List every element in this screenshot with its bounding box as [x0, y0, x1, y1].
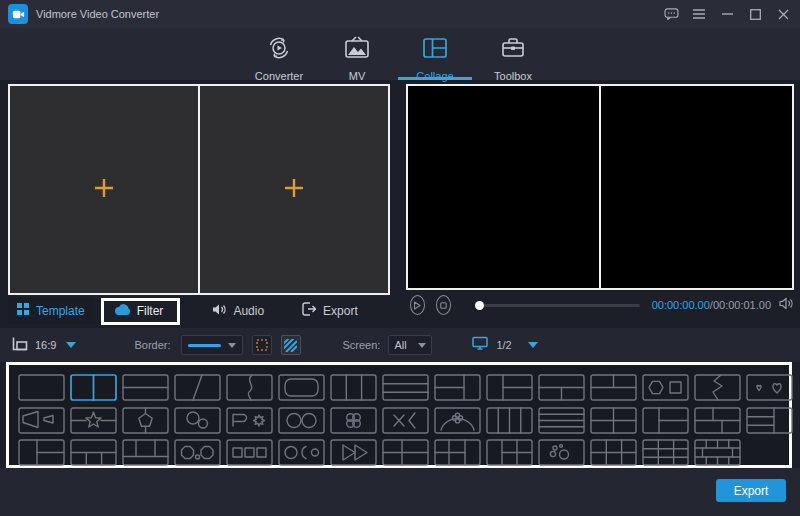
- template-thumb-grid-2x2-b[interactable]: [382, 439, 429, 466]
- export-icon: [302, 302, 317, 320]
- template-thumb-grid-3x3[interactable]: [642, 439, 689, 466]
- template-thumb-hearts[interactable]: [746, 374, 793, 401]
- border-control: Border:: [134, 335, 300, 355]
- panel-tab-filter[interactable]: Filter: [101, 298, 181, 325]
- page-indicator: 1/2: [496, 339, 511, 351]
- window-title: Vidmore Video Converter: [36, 8, 159, 20]
- aspect-ratio-icon: [12, 336, 28, 355]
- progress-slider[interactable]: [476, 304, 640, 307]
- template-thumb-circle-crescents[interactable]: [278, 439, 325, 466]
- template-thumb-pentagon[interactable]: [122, 407, 169, 434]
- template-thumb-grid-2x2-right-1[interactable]: [434, 439, 481, 466]
- template-icon: [16, 302, 30, 320]
- feedback-icon[interactable]: [660, 3, 682, 25]
- menu-icon[interactable]: [688, 3, 710, 25]
- template-thumb-top-1-bottom-2[interactable]: [538, 374, 585, 401]
- screen-select[interactable]: All: [388, 335, 432, 355]
- template-thumb-left-1-grid-2x2[interactable]: [486, 439, 533, 466]
- template-thumb-top-1-bottom-3[interactable]: [70, 439, 117, 466]
- template-thumb-diagonal-split[interactable]: [174, 374, 221, 401]
- template-thumb-circles-offset[interactable]: [174, 407, 221, 434]
- preview-pane-1: [408, 86, 599, 288]
- template-thumb-zigzag-split[interactable]: [694, 374, 741, 401]
- play-button[interactable]: [410, 295, 425, 315]
- template-thumb-curve-split[interactable]: [226, 374, 273, 401]
- volume-icon[interactable]: [779, 296, 794, 314]
- aspect-ratio-control[interactable]: 16:9: [12, 336, 76, 355]
- converter-icon: [265, 34, 293, 66]
- template-thumb-cross-bracket[interactable]: [382, 407, 429, 434]
- template-thumb-left-1-right-2-c[interactable]: [18, 439, 65, 466]
- template-thumb-split-2-horizontal[interactable]: [122, 374, 169, 401]
- template-thumb-split-3-vertical[interactable]: [330, 374, 377, 401]
- template-thumb-bubbles[interactable]: [538, 439, 585, 466]
- template-thumb-grid-2x2[interactable]: [590, 407, 637, 434]
- filter-icon: [114, 302, 131, 320]
- tab-mv-label: MV: [349, 70, 366, 82]
- tab-mv[interactable]: MV: [318, 28, 396, 80]
- tab-toolbox[interactable]: Toolbox: [474, 28, 552, 80]
- progress-knob[interactable]: [475, 301, 484, 310]
- chevron-down-icon[interactable]: [528, 342, 538, 348]
- chevron-down-icon: [418, 343, 426, 348]
- template-thumb-flag-gear[interactable]: [226, 407, 273, 434]
- template-thumb-top-2-bottom-1[interactable]: [590, 374, 637, 401]
- stop-button[interactable]: [436, 295, 451, 315]
- collage-slot-2[interactable]: [200, 86, 388, 293]
- panel-tab-template[interactable]: Template: [8, 298, 95, 324]
- template-thumb-clover[interactable]: [330, 407, 377, 434]
- minimize-icon[interactable]: [716, 3, 738, 25]
- hatch-fill-button[interactable]: [281, 335, 301, 355]
- collage-slot-1[interactable]: [10, 86, 198, 293]
- template-grid-annotation-box: [6, 362, 792, 468]
- add-plus-icon[interactable]: [93, 177, 115, 203]
- maximize-icon[interactable]: [744, 3, 766, 25]
- template-thumb-three-squares[interactable]: [226, 439, 273, 466]
- template-thumb-center-merged-grid[interactable]: [694, 439, 741, 466]
- template-thumb-grid-offset[interactable]: [694, 407, 741, 434]
- panel-tab-export[interactable]: Export: [292, 298, 368, 324]
- template-thumb-dome-flower[interactable]: [434, 407, 481, 434]
- dashed-border-button[interactable]: [252, 335, 272, 355]
- app-logo-icon: [8, 4, 28, 24]
- chevron-down-icon: [228, 343, 236, 348]
- collage-toolbar: 16:9 Border: Screen: All: [0, 328, 800, 362]
- template-thumb-top-3-bottom-1[interactable]: [122, 439, 169, 466]
- line-style-select[interactable]: [181, 335, 243, 355]
- active-tab-underline: [398, 77, 472, 80]
- aspect-ratio-value: 16:9: [35, 339, 56, 351]
- template-thumb-hexagon-square[interactable]: [642, 374, 689, 401]
- template-thumb-left-1-right-2[interactable]: [486, 374, 533, 401]
- template-thumb-play-arrows[interactable]: [330, 439, 377, 466]
- template-thumb-split-3-horizontal[interactable]: [382, 374, 429, 401]
- template-thumb-left-3-right-1[interactable]: [746, 407, 793, 434]
- panel-tab-template-label: Template: [36, 304, 85, 318]
- export-button[interactable]: Export: [716, 479, 786, 502]
- template-thumb-octagons[interactable]: [174, 439, 221, 466]
- template-thumb-split-4-horizontal[interactable]: [538, 407, 585, 434]
- template-thumb-megaphone[interactable]: [18, 407, 65, 434]
- current-time: 00:00:00.00: [652, 299, 710, 311]
- template-thumb-rounded-inset[interactable]: [278, 374, 325, 401]
- toolbox-icon: [499, 34, 527, 66]
- template-thumb-left-1-right-2-b[interactable]: [642, 407, 689, 434]
- close-icon[interactable]: [772, 3, 794, 25]
- tab-converter[interactable]: Converter: [240, 28, 318, 80]
- line-style-icon: [188, 344, 221, 347]
- total-time: 00:00:01.00: [713, 299, 771, 311]
- template-thumb-grid-3x2[interactable]: [590, 439, 637, 466]
- template-thumb-split-2-vertical[interactable]: [70, 374, 117, 401]
- template-thumb-single[interactable]: [18, 374, 65, 401]
- template-thumb-star-banner[interactable]: [70, 407, 117, 434]
- collage-canvas: [8, 84, 390, 295]
- chevron-down-icon[interactable]: [66, 342, 76, 348]
- template-thumb-split-4-vertical[interactable]: [486, 407, 533, 434]
- template-thumb-two-circles[interactable]: [278, 407, 325, 434]
- collage-icon: [421, 34, 449, 66]
- screen-select-value: All: [394, 339, 406, 351]
- panel-tab-audio[interactable]: Audio: [202, 298, 274, 324]
- add-plus-icon[interactable]: [283, 177, 305, 203]
- tab-collage[interactable]: Collage: [396, 28, 474, 80]
- template-thumb-left-2-right-1[interactable]: [434, 374, 481, 401]
- monitor-icon: [472, 336, 488, 354]
